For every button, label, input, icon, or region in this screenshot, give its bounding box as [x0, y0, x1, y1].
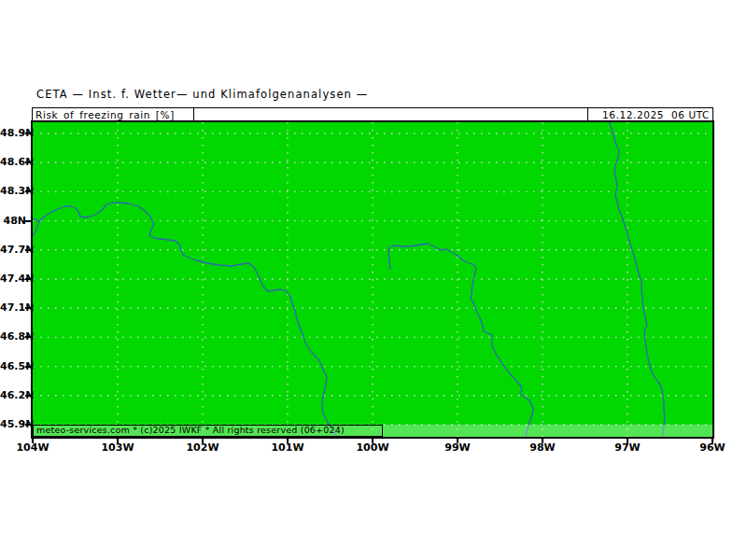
weather-map-product: CETA — Inst. f. Wetter— und Klimafolgena…	[0, 0, 747, 560]
header-spacer	[194, 108, 587, 120]
x-axis-label: 96W	[686, 441, 739, 454]
copyright-label: meteo-services.com * (c)2025 IWKF * All …	[33, 425, 383, 437]
y-axis-label: 46.8N	[0, 331, 26, 343]
x-axis-label: 100W	[346, 441, 399, 454]
x-axis-label: 98W	[516, 441, 569, 454]
y-axis-label: 46.5N	[0, 361, 26, 372]
y-axis-label: 48N	[0, 216, 26, 227]
x-axis-label: 101W	[261, 441, 314, 454]
y-axis-label: 48.9N	[0, 128, 26, 139]
y-axis-label: 47.1N	[0, 302, 26, 314]
datetime-label: 16.12.2025 06 UTC	[587, 108, 712, 120]
map-header-bar: Risk_of_freezing_rain_[%] 16.12.2025 06 …	[32, 107, 713, 121]
y-axis-label: 47.4N	[0, 273, 26, 285]
x-axis-label: 103W	[92, 441, 144, 454]
y-axis-label: 47.7N	[0, 245, 26, 256]
x-axis-label: 102W	[176, 441, 229, 454]
variable-label: Risk_of_freezing_rain_[%]	[33, 108, 194, 120]
page-title: CETA — Inst. f. Wetter— und Klimafolgena…	[36, 88, 368, 101]
x-axis-label: 97W	[601, 441, 654, 454]
y-axis-label: 48.3N	[0, 186, 26, 197]
x-axis-label: 99W	[431, 441, 484, 454]
y-axis-label: 46.2N	[0, 390, 26, 401]
x-axis-label: 104W	[7, 441, 59, 454]
y-axis-label: 45.9N	[0, 419, 26, 430]
map-canvas	[33, 122, 712, 437]
map-area: meteo-services.com * (c)2025 IWKF * All …	[31, 120, 714, 439]
y-axis-label: 48.6N	[0, 157, 26, 168]
